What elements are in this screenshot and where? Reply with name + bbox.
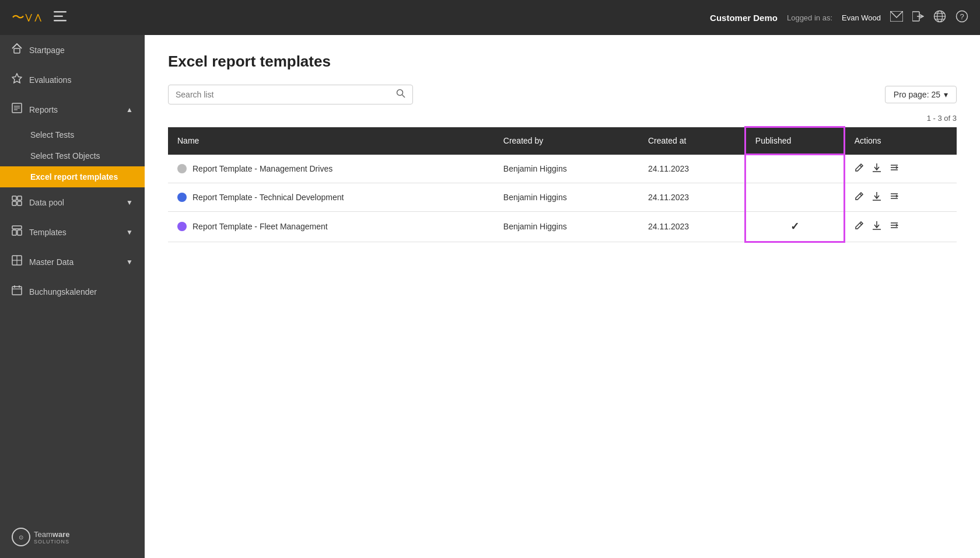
- svg-line-47: [860, 223, 862, 225]
- row-1-published: [745, 155, 844, 183]
- sidebar-footer: ⊙ Teamware SOLUTIONS: [0, 516, 145, 558]
- row-3-edit-icon[interactable]: [855, 221, 864, 232]
- table-header-row: Name Created by Created at Published Act…: [168, 127, 957, 155]
- col-header-name: Name: [168, 127, 494, 155]
- col-header-actions: Actions: [844, 127, 957, 155]
- sidebar: Startpage Evaluations Reports ▲: [0, 35, 145, 558]
- brand-text: Teamware SOLUTIONS: [34, 530, 69, 545]
- svg-text:?: ?: [960, 12, 964, 21]
- select-test-objects-label: Select Test Objects: [30, 151, 100, 161]
- sidebar-item-select-tests[interactable]: Select Tests: [0, 124, 145, 145]
- table-row: Report Template - Technical Development …: [168, 183, 957, 211]
- sidebar-item-templates[interactable]: Templates ▼: [0, 217, 145, 247]
- startpage-label: Startpage: [29, 46, 133, 55]
- sidebar-item-data-pool[interactable]: Data pool ▼: [0, 187, 145, 217]
- row-2-published: [745, 183, 844, 211]
- home-icon: [12, 43, 22, 57]
- svg-rect-22: [18, 201, 22, 205]
- per-page-arrow: ▾: [944, 90, 948, 99]
- main-content: Excel report templates Pro page: 25 ▾ 1 …: [145, 35, 980, 558]
- row-3-menu-icon[interactable]: [890, 221, 899, 232]
- sidebar-item-excel-report-templates[interactable]: Excel report templates: [0, 166, 145, 187]
- row-2-download-icon[interactable]: [872, 191, 881, 203]
- table-row: Report Template - Fleet Management Benja…: [168, 211, 957, 242]
- topbar-right: Customer Demo Logged in as: Evan Wood: [710, 10, 968, 26]
- mail-icon[interactable]: [890, 11, 903, 25]
- svg-rect-21: [12, 201, 16, 205]
- sidebar-item-evaluations[interactable]: Evaluations: [0, 65, 145, 95]
- templates-label: Templates: [29, 228, 119, 237]
- user-name: Evan Wood: [842, 13, 881, 22]
- row-3-download-icon[interactable]: [872, 221, 881, 232]
- status-dot-gray: [177, 164, 187, 173]
- row-1-action-icons: [855, 163, 947, 175]
- per-page-label: Pro page: 25: [894, 90, 940, 99]
- row-1-created-by: Benjamin Higgins: [494, 155, 639, 183]
- globe-icon[interactable]: [933, 10, 946, 26]
- evaluations-label: Evaluations: [29, 75, 133, 85]
- row-1-actions: [844, 155, 957, 183]
- logout-icon[interactable]: [912, 11, 924, 25]
- hamburger-icon[interactable]: [54, 11, 66, 25]
- topbar-left: 〜∨∧: [12, 9, 66, 26]
- help-icon[interactable]: ?: [956, 10, 968, 26]
- svg-line-35: [860, 165, 862, 167]
- col-header-created-at: Created at: [639, 127, 745, 155]
- row-1-name: Report Template - Management Drives: [168, 155, 494, 183]
- row-3-actions: [844, 211, 957, 242]
- page-title: Excel report templates: [168, 53, 957, 71]
- master-data-icon: [12, 255, 22, 268]
- row-1-menu-icon[interactable]: [890, 163, 899, 175]
- templates-arrow: ▼: [126, 228, 133, 236]
- svg-rect-0: [54, 11, 66, 13]
- logo: 〜∨∧: [12, 9, 42, 26]
- reports-icon: [12, 103, 22, 116]
- excel-report-templates-label: Excel report templates: [30, 172, 118, 182]
- sidebar-item-master-data[interactable]: Master Data ▼: [0, 247, 145, 277]
- svg-rect-29: [12, 287, 22, 295]
- row-2-action-icons: [855, 191, 947, 203]
- master-data-label: Master Data: [29, 257, 119, 267]
- svg-rect-19: [12, 196, 16, 200]
- reports-label: Reports: [29, 105, 119, 114]
- row-2-created-at: 24.11.2023: [639, 183, 745, 211]
- search-input[interactable]: [176, 90, 396, 99]
- brand-circle: ⊙: [12, 528, 30, 546]
- per-page-button[interactable]: Pro page: 25 ▾: [885, 86, 957, 103]
- row-1-download-icon[interactable]: [872, 163, 881, 175]
- calendar-icon: [12, 285, 22, 298]
- col-header-published: Published: [745, 127, 844, 155]
- search-icon: [396, 89, 405, 100]
- data-pool-icon: [12, 196, 22, 209]
- report-templates-table: Name Created by Created at Published Act…: [168, 126, 957, 243]
- svg-rect-25: [18, 230, 22, 235]
- table-row: Report Template - Management Drives Benj…: [168, 155, 957, 183]
- row-3-name-wrap: Report Template - Fleet Management: [177, 222, 485, 231]
- data-pool-arrow: ▼: [126, 198, 133, 207]
- logged-in-label: Logged in as:: [787, 13, 832, 22]
- sidebar-item-startpage[interactable]: Startpage: [0, 35, 145, 65]
- svg-point-33: [397, 90, 403, 96]
- svg-rect-24: [12, 230, 16, 235]
- row-2-created-by: Benjamin Higgins: [494, 183, 639, 211]
- search-wrapper[interactable]: [168, 85, 413, 104]
- row-2-menu-icon[interactable]: [890, 191, 899, 203]
- row-1-created-at: 24.11.2023: [639, 155, 745, 183]
- row-1-edit-icon[interactable]: [855, 163, 864, 175]
- sidebar-item-buchungskalender[interactable]: Buchungskalender: [0, 277, 145, 306]
- row-2-edit-icon[interactable]: [855, 191, 864, 203]
- status-dot-blue: [177, 193, 187, 202]
- col-header-created-by: Created by: [494, 127, 639, 155]
- select-tests-label: Select Tests: [30, 130, 74, 140]
- sidebar-item-reports[interactable]: Reports ▲: [0, 95, 145, 124]
- toolbar: Pro page: 25 ▾: [168, 85, 957, 104]
- reports-arrow: ▲: [126, 106, 133, 114]
- customer-demo-label: Customer Demo: [710, 13, 778, 23]
- row-3-created-at: 24.11.2023: [639, 211, 745, 242]
- sidebar-item-select-test-objects[interactable]: Select Test Objects: [0, 145, 145, 166]
- svg-line-34: [402, 95, 405, 98]
- logo-icon: 〜∨∧: [12, 9, 42, 26]
- pagination-info: 1 - 3 of 3: [168, 114, 957, 123]
- svg-marker-14: [12, 74, 22, 83]
- row-3-created-by: Benjamin Higgins: [494, 211, 639, 242]
